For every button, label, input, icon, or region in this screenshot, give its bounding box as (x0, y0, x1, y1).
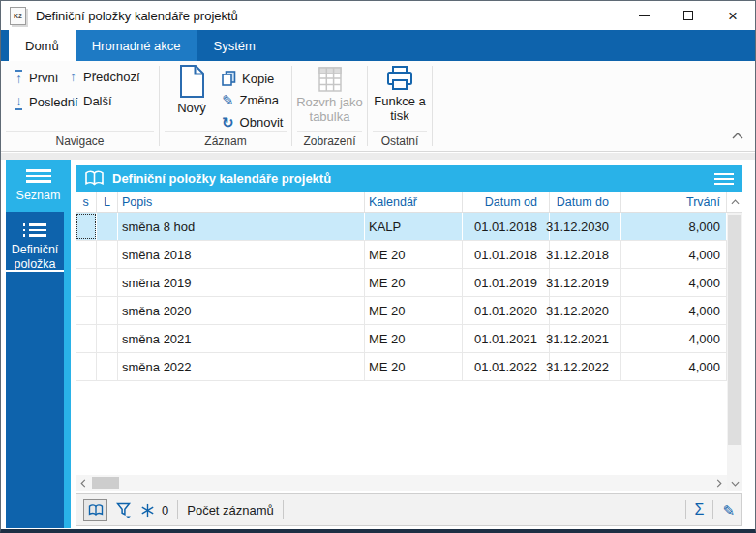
tab-hromadne-akce[interactable]: Hromadné akce (76, 30, 197, 61)
ribbon-group-zaznam: Nový Kopie ✎ Změna ↻ Obnovit Záznam (160, 61, 291, 151)
cell-kalendar[interactable]: ME 20 (365, 353, 463, 380)
edit-pencil-icon[interactable]: ✎ (722, 503, 735, 518)
cell-popis[interactable]: směna 8 hod (118, 213, 365, 240)
ribbon-group-label: Ostatní (373, 131, 427, 148)
cell-popis[interactable]: směna 2020 (118, 297, 365, 324)
cell-datum-od[interactable]: 01.01.2021 (463, 325, 550, 352)
cell-trvani[interactable]: 8,000 (621, 213, 727, 240)
sidebar-item-label: Definiční položka (6, 243, 64, 272)
cell-trvani[interactable]: 4,000 (621, 353, 727, 380)
maximize-button[interactable] (666, 1, 711, 30)
close-button[interactable]: × (711, 1, 755, 30)
cell-popis[interactable]: směna 2019 (118, 269, 365, 296)
chevron-up-icon (731, 199, 740, 205)
collapse-ribbon-button[interactable] (732, 126, 743, 143)
cell-datum-od[interactable]: 01.01.2019 (463, 269, 550, 296)
new-button[interactable]: Nový (167, 65, 216, 116)
cell-s[interactable] (76, 241, 97, 268)
cell-kalendar[interactable]: ME 20 (365, 297, 463, 324)
arrow-up-to-bar-icon: ↑ (15, 70, 22, 86)
column-header-datum-od[interactable]: Datum od (463, 192, 550, 212)
horizontal-scroll-right-button[interactable] (711, 475, 727, 491)
filter-button[interactable] (116, 502, 132, 518)
ribbon-group-label: Zobrazení (297, 131, 362, 148)
vertical-scroll-up-button[interactable] (727, 192, 742, 213)
change-button[interactable]: ✎ Změna (222, 93, 279, 107)
cell-kalendar[interactable]: ME 20 (365, 325, 463, 352)
table-row[interactable]: směna 2022 ME 20 01.01.2022 31.12.2022 4… (76, 353, 727, 381)
column-header-trvani[interactable]: Trvání (621, 192, 727, 212)
panel-menu-icon[interactable] (714, 173, 734, 185)
cell-trvani[interactable]: 4,000 (621, 269, 727, 296)
minimize-button[interactable] (621, 1, 666, 30)
column-header-kalendar[interactable]: Kalendář (365, 192, 463, 212)
vertical-scrollbar[interactable] (727, 213, 742, 475)
previous-button[interactable]: ↑ Předchozí (70, 70, 140, 84)
column-header-popis[interactable]: Popis (118, 192, 365, 212)
next-button[interactable]: ↓ Další (70, 94, 112, 108)
column-header-l[interactable]: L (97, 192, 118, 212)
cell-s[interactable] (76, 297, 97, 324)
cell-datum-do[interactable]: 31.12.2022 (550, 353, 621, 380)
cell-datum-od[interactable]: 01.01.2018 (463, 241, 550, 268)
copy-button[interactable]: Kopie (222, 71, 274, 86)
functions-print-label: Funkce a tisk (370, 95, 430, 124)
book-view-toggle-button[interactable] (83, 499, 107, 521)
tab-system[interactable]: Systém (197, 30, 271, 61)
cell-kalendar[interactable]: KALP (365, 213, 463, 240)
cell-datum-do[interactable]: 31.12.2018 (550, 241, 621, 268)
cell-s[interactable] (76, 325, 97, 352)
cell-s[interactable] (76, 269, 97, 296)
cell-datum-do[interactable]: 31.12.2019 (550, 269, 621, 296)
table-row[interactable]: směna 2020 ME 20 01.01.2020 31.12.2020 4… (76, 297, 727, 325)
sum-icon[interactable]: Σ (695, 502, 705, 518)
functions-print-button[interactable]: Funkce a tisk (370, 66, 430, 124)
table-row[interactable]: směna 2019 ME 20 01.01.2019 31.12.2019 4… (76, 269, 727, 297)
column-header-datum-do[interactable]: Datum do (550, 192, 621, 212)
horizontal-scroll-left-button[interactable] (76, 475, 91, 491)
cell-kalendar[interactable]: ME 20 (365, 241, 463, 268)
table-row[interactable]: směna 2018 ME 20 01.01.2018 31.12.2018 4… (76, 241, 727, 269)
table-row[interactable]: směna 8 hod KALP 01.01.2018 31.12.2030 8… (76, 213, 727, 241)
vertical-scroll-thumb[interactable] (728, 215, 741, 445)
first-button[interactable]: ↑ První (15, 70, 58, 86)
cell-l[interactable] (97, 353, 118, 380)
status-separator (177, 500, 178, 519)
cell-datum-od[interactable]: 01.01.2022 (463, 353, 550, 380)
cell-trvani[interactable]: 4,000 (621, 241, 727, 268)
table-row[interactable]: směna 2021 ME 20 01.01.2021 31.12.2021 4… (76, 325, 727, 353)
cell-popis[interactable]: směna 2022 (118, 353, 365, 380)
horizontal-scroll-thumb[interactable] (92, 477, 119, 489)
cell-l[interactable] (97, 325, 118, 352)
frozen-records-indicator[interactable]: 0 (140, 503, 168, 518)
cell-s[interactable] (76, 213, 97, 240)
column-header-s[interactable]: s (76, 192, 97, 212)
chevron-left-icon (80, 479, 86, 488)
cell-l[interactable] (97, 269, 118, 296)
sidebar-item-seznam[interactable]: Seznam (6, 160, 71, 212)
cell-datum-do[interactable]: 31.12.2020 (550, 297, 621, 324)
pencil-icon: ✎ (222, 93, 234, 107)
cell-datum-od[interactable]: 01.01.2018 (463, 213, 550, 240)
cell-l[interactable] (97, 297, 118, 324)
cell-datum-od[interactable]: 01.01.2020 (463, 297, 550, 324)
horizontal-scrollbar[interactable] (76, 475, 727, 491)
cell-l[interactable] (97, 241, 118, 268)
close-icon: × (728, 8, 738, 24)
tab-domu[interactable]: Domů (9, 30, 76, 61)
cell-l[interactable] (97, 213, 118, 240)
cell-trvani[interactable]: 4,000 (621, 297, 727, 324)
last-button[interactable]: ↓ Poslední (15, 94, 78, 110)
cell-popis[interactable]: směna 2018 (118, 241, 365, 268)
cell-datum-do[interactable]: 31.12.2030 (550, 213, 621, 240)
cell-trvani[interactable]: 4,000 (621, 325, 727, 352)
cell-datum-do[interactable]: 31.12.2021 (550, 325, 621, 352)
cell-s[interactable] (76, 353, 97, 380)
cell-popis[interactable]: směna 2021 (118, 325, 365, 352)
refresh-button[interactable]: ↻ Obnovit (222, 115, 283, 130)
cell-kalendar[interactable]: ME 20 (365, 269, 463, 296)
vertical-scroll-down-button[interactable] (727, 475, 742, 491)
sidebar-item-definicni-polozka[interactable]: Definiční položka (6, 212, 64, 272)
schedule-as-table-label: Rozvrh jako tabulka (294, 96, 365, 125)
sidebar-item-label: Seznam (16, 189, 61, 203)
